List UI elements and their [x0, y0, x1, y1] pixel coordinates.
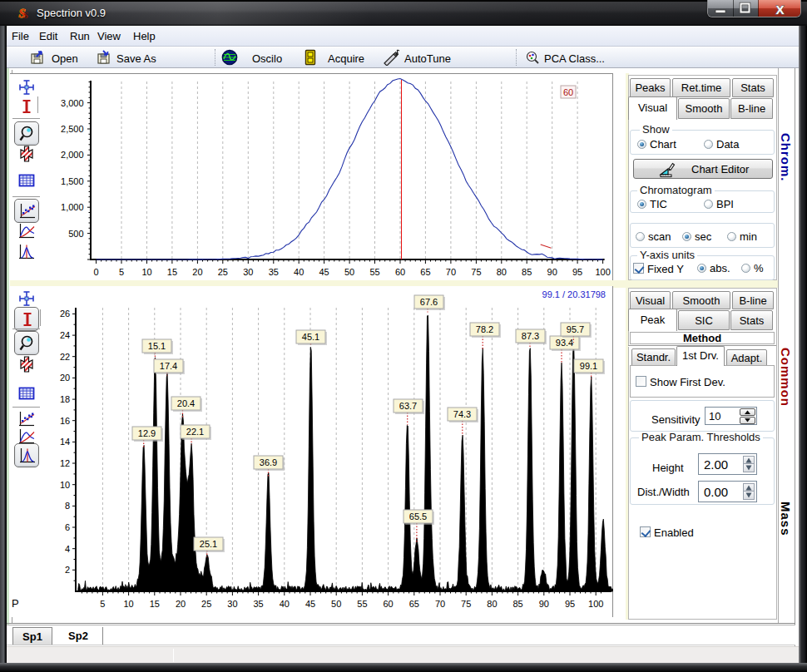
svg-text:95: 95	[565, 599, 575, 609]
svg-text:6: 6	[65, 522, 70, 532]
svg-text:16: 16	[60, 416, 70, 426]
svg-text:60: 60	[563, 87, 573, 97]
svg-text:60: 60	[395, 267, 405, 277]
svg-text:40: 40	[280, 599, 290, 609]
svg-text:99.1 / 20.31798: 99.1 / 20.31798	[542, 289, 606, 299]
svg-text:14: 14	[60, 437, 70, 447]
svg-text:55: 55	[357, 599, 367, 609]
svg-text:45.1: 45.1	[302, 332, 319, 342]
svg-text:36.9: 36.9	[260, 457, 277, 467]
svg-text:4: 4	[65, 544, 70, 554]
svg-text:70: 70	[435, 599, 445, 609]
svg-text:70: 70	[446, 267, 456, 277]
svg-text:20: 20	[60, 373, 70, 383]
svg-text:85: 85	[522, 267, 532, 277]
svg-text:500: 500	[68, 229, 83, 239]
svg-text:22.1: 22.1	[186, 427, 204, 437]
svg-text:0: 0	[94, 267, 99, 277]
svg-text:S: S	[23, 10, 28, 20]
svg-text:24: 24	[60, 330, 70, 340]
svg-text:26: 26	[60, 309, 70, 319]
svg-text:35: 35	[253, 599, 263, 609]
svg-text:95.7: 95.7	[567, 324, 584, 334]
svg-text:2,000: 2,000	[61, 150, 84, 160]
svg-text:12.9: 12.9	[138, 428, 156, 438]
svg-text:30: 30	[243, 267, 253, 277]
svg-text:99.1: 99.1	[580, 361, 597, 371]
svg-text:20.4: 20.4	[177, 398, 195, 408]
svg-text:60: 60	[383, 599, 393, 609]
svg-text:22: 22	[60, 352, 70, 362]
svg-text:90: 90	[547, 267, 557, 277]
svg-text:80: 80	[487, 599, 497, 609]
svg-text:5: 5	[119, 267, 124, 277]
svg-text:35: 35	[269, 267, 279, 277]
svg-text:20: 20	[192, 267, 202, 277]
svg-text:3,000: 3,000	[61, 98, 84, 108]
svg-text:63.7: 63.7	[399, 401, 417, 411]
svg-text:2: 2	[65, 565, 70, 575]
svg-text:67.6: 67.6	[420, 297, 438, 307]
svg-text:100: 100	[588, 599, 603, 609]
svg-text:65.5: 65.5	[409, 511, 427, 521]
svg-text:5: 5	[100, 599, 105, 609]
svg-text:75: 75	[461, 599, 471, 609]
svg-text:20: 20	[176, 599, 186, 609]
svg-text:1,000: 1,000	[61, 202, 84, 212]
svg-text:45: 45	[319, 267, 329, 277]
svg-text:80: 80	[497, 267, 507, 277]
svg-text:95: 95	[572, 267, 582, 277]
svg-text:85: 85	[512, 599, 522, 609]
svg-text:30: 30	[227, 599, 237, 609]
svg-text:75: 75	[471, 267, 481, 277]
svg-text:18: 18	[60, 394, 70, 404]
svg-text:25.1: 25.1	[200, 539, 217, 549]
svg-text:15: 15	[150, 599, 160, 609]
svg-text:65: 65	[420, 267, 430, 277]
svg-text:93.4: 93.4	[556, 338, 573, 348]
svg-text:25: 25	[201, 599, 211, 609]
svg-text:12: 12	[60, 458, 70, 468]
svg-text:1,500: 1,500	[61, 176, 84, 186]
svg-text:55: 55	[369, 267, 379, 277]
svg-text:25: 25	[218, 267, 228, 277]
svg-text:17.4: 17.4	[160, 361, 177, 371]
svg-text:10: 10	[141, 267, 151, 277]
svg-text:78.2: 78.2	[476, 324, 493, 334]
svg-text:90: 90	[539, 599, 549, 609]
svg-text:2,500: 2,500	[61, 124, 84, 134]
svg-text:50: 50	[344, 267, 354, 277]
svg-text:45: 45	[305, 599, 315, 609]
svg-text:50: 50	[331, 599, 341, 609]
svg-text:100: 100	[595, 267, 610, 277]
svg-text:40: 40	[294, 267, 304, 277]
svg-text:15: 15	[167, 267, 177, 277]
svg-text:74.3: 74.3	[453, 409, 471, 419]
svg-text:87.3: 87.3	[522, 331, 539, 341]
svg-text:10: 10	[60, 480, 70, 490]
svg-text:8: 8	[65, 501, 70, 511]
svg-text:15.1: 15.1	[148, 341, 166, 351]
svg-text:65: 65	[409, 599, 419, 609]
svg-text:X: X	[775, 2, 784, 17]
svg-text:10: 10	[123, 599, 133, 609]
